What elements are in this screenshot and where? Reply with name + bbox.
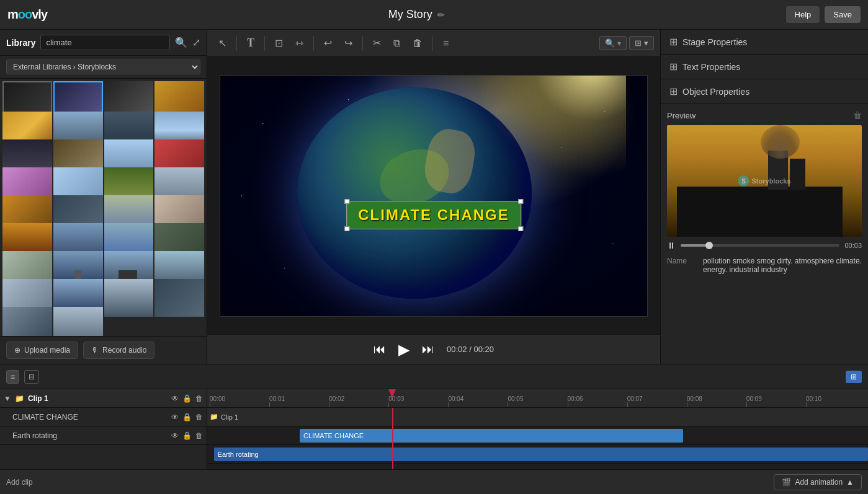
add-clip-button[interactable]: Add clip [6,478,33,487]
factory-base [677,187,843,237]
library-path-select[interactable]: External Libraries › Storyblocks [6,60,200,74]
left-panel: Library 🔍 ⤢ External Libraries › Storybl… [0,30,207,364]
preview-progress-thumb[interactable] [705,242,713,249]
track2-label[interactable]: Earth rotating [12,431,168,440]
media-thumb[interactable] [154,279,204,317]
clip1-collapse-icon[interactable]: ▼ [4,394,11,403]
text-tool-button[interactable]: T [242,34,259,52]
library-path: External Libraries › Storyblocks [0,56,207,79]
smoke-plume [761,125,800,159]
preview-time: 00:03 [844,242,862,249]
fast-forward-button[interactable]: ⏭ [422,342,434,356]
search-area-label: ▾ [617,39,621,48]
topbar-left: moovly [7,7,47,22]
ruler-marks-container: 00:00 00:01 00:02 00:03 00:04 00:05 00:0… [207,389,868,407]
preview-progress-bar[interactable] [681,244,839,247]
media-thumb[interactable] [2,307,52,336]
search-input[interactable] [40,35,170,50]
copy-button[interactable]: ⧉ [388,35,405,51]
climate-clip-label: CLIMATE CHANGE [303,432,364,439]
record-audio-button[interactable]: 🎙 Record audio [83,342,154,359]
timeline-ruler[interactable]: 00:00 00:01 00:02 00:03 00:04 00:05 00:0… [207,389,868,408]
search-button[interactable]: 🔍 [175,37,187,48]
undo-button[interactable]: ↩ [319,35,337,51]
chimney-2 [790,159,805,190]
ruler-label-7: 00:07 [627,395,643,402]
logo-accent: oo [18,7,32,21]
ruler-label-0: 00:00 [210,395,225,402]
toolbar-separator [313,36,314,51]
ruler-line [269,402,270,407]
toolbar-separator [236,36,237,51]
preview-pause-button[interactable]: ⏸ [667,240,676,250]
meta-name-label: Name [667,257,698,274]
track1-visibility-icon[interactable]: 👁 [171,413,179,421]
clip1-label[interactable]: Clip 1 [28,394,168,403]
preview-image: S Storyblocks [667,125,862,237]
handle-tr[interactable] [518,199,523,204]
object-properties-header[interactable]: ⊞ Object Properties [661,79,868,104]
handle-bl[interactable] [344,226,349,231]
timeline-controls: ≡ ⊟ ⊞ [0,364,868,389]
grid-view-button-timeline[interactable]: ⊟ [24,370,39,384]
clip1-header-block: 📁 Clip 1 [210,413,238,421]
media-thumb[interactable] [104,279,154,317]
delete-preview-icon[interactable]: 🗑 [853,110,862,120]
animation-icon: 🎬 [782,478,791,487]
expand-button[interactable]: ⤢ [192,37,200,48]
ruler-mark: 00:05 [508,395,567,407]
align-tool-button[interactable]: ⊡ [270,35,288,51]
select-tool-button[interactable]: ↖ [213,35,231,51]
lock-icon[interactable]: 🔒 [182,394,192,403]
track2-delete-icon[interactable]: 🗑 [195,431,203,440]
track2-visibility-icon[interactable]: 👁 [171,431,179,440]
timeline-bottom: Add clip 🎬 Add animation ▲ [0,469,868,494]
climate-track: CLIMATE CHANGE 👁 🔒 🗑 [0,408,207,426]
total-time: 00:20 [473,345,494,354]
track2-lock-icon[interactable]: 🔒 [182,431,192,440]
visibility-icon[interactable]: 👁 [171,394,179,403]
timeline-grid-mode-button[interactable]: ⊞ [846,371,862,383]
library-title: Library [6,38,35,48]
play-button[interactable]: ▶ [398,341,409,358]
rewind-button[interactable]: ⏮ [374,342,386,356]
delete-clip1-icon[interactable]: 🗑 [195,394,203,403]
edit-icon[interactable]: ✏ [437,10,445,20]
clip1-header-track: ▼ 📁 Clip 1 👁 🔒 🗑 [0,389,207,408]
right-panel: ⊞ Stage Properties ⊞ Text Properties ⊞ O… [660,30,868,364]
expand-stage-icon: ⊞ [669,36,678,48]
earth-clip-block[interactable]: Earth rotating [214,448,868,461]
track1-lock-icon[interactable]: 🔒 [182,413,192,421]
climate-clip-block[interactable]: CLIMATE CHANGE [300,429,683,443]
text-properties-title: Text Properties [682,62,740,72]
help-button[interactable]: Help [786,6,820,23]
media-thumb[interactable] [53,307,103,336]
ruler-mark: 00:08 [687,395,746,407]
stage-properties-header[interactable]: ⊞ Stage Properties [661,30,868,54]
text-properties-section: ⊞ Text Properties [661,55,868,79]
ruler-label-2: 00:02 [329,395,344,402]
topbar: moovly My Story ✏ Help Save [0,0,868,30]
cut-button[interactable]: ✂ [368,35,386,51]
save-button[interactable]: Save [825,6,861,23]
text-overlay-box[interactable]: CLIMATE CHANGE [346,201,521,229]
ruler-label-9: 00:09 [746,395,762,402]
track1-delete-icon[interactable]: 🗑 [195,413,203,421]
delete-button[interactable]: 🗑 [408,35,427,51]
handle-tl[interactable] [344,199,349,204]
more-button[interactable]: ≡ [438,35,454,51]
ruler-line [627,402,628,407]
add-animation-button[interactable]: 🎬 Add animation ▲ [774,474,862,490]
text-properties-header[interactable]: ⊞ Text Properties [661,55,868,79]
canvas-area: CLIMATE CHANGE [207,57,660,334]
upload-media-button[interactable]: ⊕ Upload media [6,342,78,359]
distribute-tool-button[interactable]: ⇿ [290,35,308,51]
track1-label[interactable]: CLIMATE CHANGE [12,413,168,421]
canvas[interactable]: CLIMATE CHANGE [220,75,648,317]
toolbar-separator [362,36,363,51]
grid-view-button[interactable]: ⊞ ▾ [629,36,654,50]
handle-br[interactable] [518,226,523,231]
preview-meta: Name pollution smoke smog dirty. atmosph… [667,257,862,274]
redo-button[interactable]: ↪ [339,35,357,51]
list-view-button[interactable]: ≡ [6,370,19,384]
